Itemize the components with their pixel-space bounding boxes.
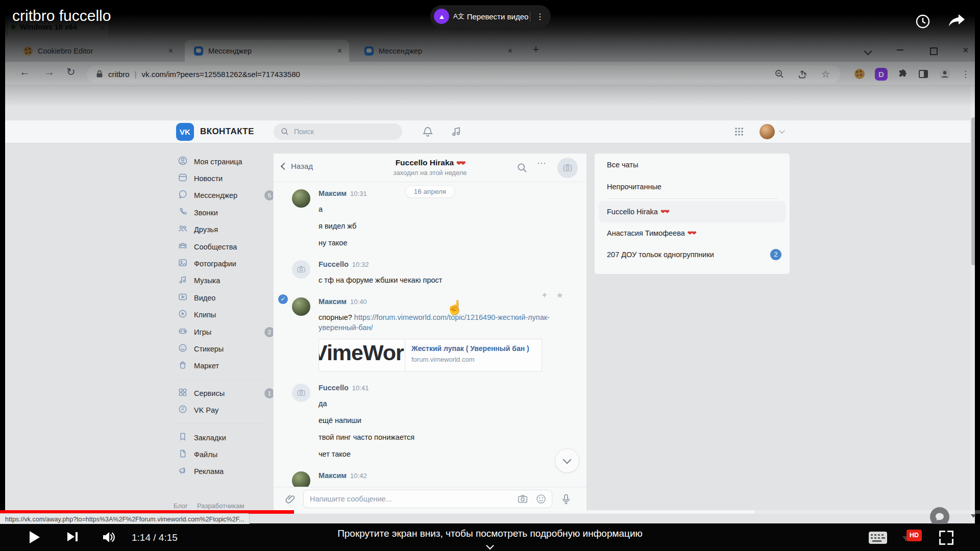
message-input-field[interactable] — [309, 494, 517, 504]
sidebar-item-messenger[interactable]: Мессенджер5 — [178, 187, 275, 204]
message-selected-check-icon[interactable]: ✓ — [278, 294, 288, 304]
scrollbar-down-arrow-icon[interactable] — [971, 514, 976, 518]
share-arrow-icon[interactable] — [946, 12, 967, 31]
tab-close-icon[interactable]: × — [166, 46, 175, 56]
message-time: 10:32 — [352, 261, 369, 268]
chatlist-filter[interactable]: Непрочитанные — [595, 176, 790, 197]
vk-brand[interactable]: ВКОНТАКТЕ — [200, 127, 254, 137]
address-bar[interactable]: critbro | vk.com/im?peers=125581262&sel=… — [87, 65, 840, 83]
translate-video-pill[interactable]: ▲ A文 Перевести видео ⋮ — [430, 5, 551, 28]
window-menu-chevron-icon[interactable] — [865, 47, 878, 57]
video-title[interactable]: critbro fuccello — [12, 7, 111, 24]
page-scrollbar[interactable] — [970, 86, 975, 523]
important-sparkle-icon[interactable]: ✦ — [541, 290, 548, 300]
subtitles-keyboard-icon[interactable] — [868, 531, 888, 545]
sidebar-item-market[interactable]: Маркет — [178, 358, 275, 374]
scroll-to-bottom-button[interactable] — [555, 448, 579, 473]
message-avatar[interactable] — [292, 297, 310, 316]
message-avatar[interactable] — [292, 189, 310, 208]
cookiebro-extension-icon[interactable] — [854, 69, 865, 79]
avatar-dropdown-chevron-icon[interactable] — [779, 128, 785, 133]
user-avatar[interactable] — [760, 124, 775, 139]
message-avatar[interactable] — [292, 260, 310, 279]
zoom-out-icon[interactable] — [774, 69, 785, 79]
message-input[interactable] — [303, 490, 552, 508]
chatlist-item[interactable]: Анастасия Тимофеева❤❤ — [595, 222, 790, 244]
sidebar-item-groups[interactable]: Сообщества — [178, 238, 275, 255]
sidebar-item-photos[interactable]: Фотографии — [178, 255, 275, 272]
vk-search[interactable] — [274, 123, 402, 140]
window-minimize-button[interactable] — [897, 45, 910, 55]
sidebar-item-files[interactable]: Файлы — [178, 446, 275, 463]
voice-message-mic-icon[interactable] — [560, 493, 572, 505]
sidebar-item-phone[interactable]: Звонки — [178, 204, 275, 221]
sidebar-item-user[interactable]: Моя страница — [178, 153, 275, 170]
footer-link[interactable]: Блог — [174, 502, 188, 510]
share-icon[interactable] — [798, 69, 808, 79]
extensions-puzzle-icon[interactable] — [898, 69, 908, 79]
chat-avatar-placeholder[interactable] — [557, 158, 578, 178]
message-author[interactable]: Fuccello10:41 — [318, 384, 564, 392]
miniplayer-corners-icon[interactable] — [939, 531, 953, 545]
sidebar-item-music[interactable]: Музыка — [178, 272, 275, 289]
emoji-smiley-icon[interactable] — [535, 493, 547, 505]
message-avatar[interactable] — [292, 384, 310, 402]
link-preview-card[interactable]: VimeWorldЖесткий лупак ( Уверенный бан )… — [318, 339, 542, 371]
message-avatar[interactable] — [292, 471, 310, 487]
sidebar-item-label: Музыка — [194, 277, 220, 285]
vk-search-input[interactable] — [293, 127, 387, 136]
play-button[interactable] — [30, 531, 40, 543]
chatlist-item[interactable]: 207 ДОУ тольок одногруппники2 — [595, 244, 790, 265]
sidebar-item-friends[interactable]: Друзья — [178, 221, 275, 238]
forward-icon[interactable]: → — [44, 66, 55, 78]
volume-icon[interactable] — [101, 531, 116, 544]
browser-tab[interactable]: Cookiebro Editor× — [14, 40, 180, 62]
sidebar-item-label: Маркет — [194, 362, 219, 370]
tab-close-icon[interactable]: × — [335, 46, 344, 56]
apps-grid-icon[interactable] — [734, 127, 744, 137]
window-maximize-button[interactable] — [930, 47, 943, 58]
chatlist-filter[interactable]: Все чаты — [595, 154, 790, 176]
tab-close-icon[interactable]: × — [506, 46, 514, 56]
window-close-button[interactable]: × — [963, 45, 976, 56]
sidebar-item-services[interactable]: Сервисы1 — [178, 385, 275, 402]
notifications-bell-icon[interactable] — [422, 126, 434, 138]
chat-search-icon[interactable] — [517, 162, 528, 173]
message-author[interactable]: Fuccello10:32 — [318, 260, 564, 268]
back-icon[interactable]: ← — [19, 66, 30, 78]
message-author[interactable]: Максим10:42 — [318, 471, 564, 480]
translate-menu-icon[interactable]: ⋮ — [530, 12, 544, 21]
profile-icon[interactable] — [939, 68, 951, 80]
side-panel-icon[interactable] — [918, 69, 928, 79]
sidebar-item-stickers[interactable]: Стикеры — [178, 340, 275, 357]
browser-tab[interactable]: Мессенджер× — [185, 40, 349, 62]
bookmark-star-icon[interactable]: ☆ — [821, 68, 830, 80]
new-tab-button[interactable]: + — [529, 43, 543, 57]
scrollbar-thumb[interactable] — [971, 117, 975, 265]
photo-camera-icon[interactable] — [517, 493, 528, 505]
chat-menu-icon[interactable]: ⋯ — [537, 158, 547, 169]
chatlist-item[interactable]: Fuccello Hiraka❤❤ — [599, 201, 786, 222]
attach-paperclip-icon[interactable] — [285, 493, 296, 505]
browser-menu-icon[interactable]: ⋮ — [961, 69, 970, 80]
sidebar-item-video[interactable]: Видео — [178, 289, 275, 306]
sidebar-item-vkpay[interactable]: ₽VK Pay — [178, 402, 275, 418]
music-note-icon[interactable] — [450, 126, 462, 138]
sidebar-item-games[interactable]: Игры2 — [178, 323, 275, 340]
sidebar-item-clips[interactable]: Клипы — [178, 307, 275, 323]
reload-icon[interactable]: ↻ — [66, 66, 76, 78]
watch-later-clock-icon[interactable] — [914, 12, 932, 31]
extension-d-icon[interactable]: D — [875, 68, 888, 81]
browser-tab[interactable]: Мессенджер× — [355, 40, 520, 62]
sidebar-item-bookmarks[interactable]: Закладки — [178, 429, 275, 446]
sidebar-item-ads[interactable]: Реклама — [178, 463, 275, 480]
next-button[interactable] — [67, 532, 78, 541]
hd-download-button[interactable]: HD — [902, 530, 922, 541]
sidebar-item-news[interactable]: Новости — [178, 170, 275, 187]
link-preview-title[interactable]: Жесткий лупак ( Уверенный бан ) — [411, 344, 535, 353]
vk-logo[interactable]: VK — [176, 123, 194, 141]
message-author[interactable]: Максим10:40 — [318, 297, 564, 306]
footer-link[interactable]: Разработчикам — [197, 502, 244, 510]
favorite-star-icon[interactable]: ★ — [556, 290, 563, 300]
hint-chevron-down-icon[interactable] — [486, 542, 494, 550]
